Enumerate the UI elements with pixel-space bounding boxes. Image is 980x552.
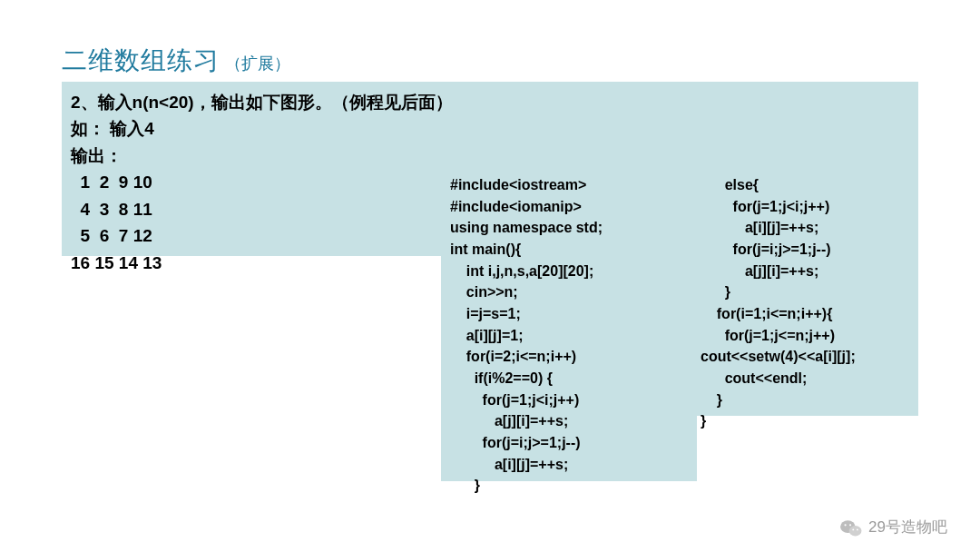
code-line: #include<iomanip>	[450, 196, 688, 218]
code-block-right: else{ for(j=1;j<i;j++) a[i][j]=++s; for(…	[697, 171, 918, 416]
code-line: for(j=1;j<i;j++)	[701, 196, 915, 218]
svg-point-3	[849, 524, 851, 526]
code-line: }	[701, 281, 915, 303]
title-main: 二维数组练习	[62, 44, 220, 78]
slide-title: 二维数组练习 （扩展）	[62, 44, 290, 78]
svg-point-1	[849, 525, 862, 536]
code-line: cin>>n;	[450, 281, 688, 303]
code-line: a[i][j]=1;	[450, 325, 688, 347]
wechat-icon	[839, 518, 861, 537]
code-line: else{	[701, 174, 915, 196]
code-line: for(i=2;i<=n;i++)	[450, 346, 688, 368]
code-line: for(i=1;i<=n;i++){	[701, 303, 915, 325]
attribution-text: 29号造物吧	[868, 517, 947, 537]
code-line: for(j=1;j<i;j++)	[450, 389, 688, 411]
code-line: a[i][j]=++s;	[450, 454, 688, 476]
code-block-left: #include<iostream> #include<iomanip> usi…	[441, 171, 697, 481]
code-line: }	[450, 475, 688, 497]
code-line: i=j=s=1;	[450, 303, 688, 325]
title-sub: （扩展）	[225, 53, 290, 74]
attribution: 29号造物吧	[839, 517, 947, 537]
problem-line: 输出：	[71, 143, 909, 169]
code-line: a[j][i]=++s;	[450, 410, 688, 432]
code-line: a[i][j]=++s;	[701, 217, 915, 239]
code-line: for(j=i;j>=1;j--)	[450, 432, 688, 454]
code-line: }	[701, 410, 915, 432]
code-line: if(i%2==0) {	[450, 368, 688, 389]
svg-point-4	[852, 528, 854, 530]
code-line: for(j=1;j<=n;j++)	[701, 325, 915, 347]
code-line: using namespace std;	[450, 217, 688, 239]
code-line: cout<<endl;	[701, 368, 915, 389]
svg-point-2	[845, 524, 847, 526]
code-line: #include<iostream>	[450, 174, 688, 196]
code-line: for(j=i;j>=1;j--)	[701, 239, 915, 261]
code-line: int main(){	[450, 239, 688, 261]
code-line: }	[701, 389, 915, 411]
code-line: a[j][i]=++s;	[701, 261, 915, 282]
problem-line: 2、输入n(n<20)，输出如下图形。（例程见后面）	[71, 89, 909, 115]
problem-line: 如： 输入4	[71, 115, 909, 142]
code-line: int i,j,n,s,a[20][20];	[450, 261, 688, 282]
code-line: cout<<setw(4)<<a[i][j];	[701, 346, 915, 368]
svg-point-5	[857, 528, 858, 530]
